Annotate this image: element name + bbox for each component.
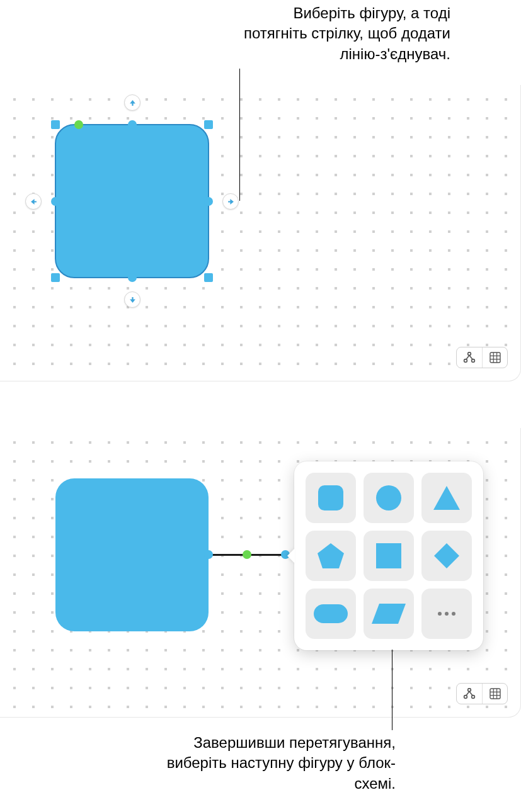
shape-option-capsule[interactable] [306,589,356,639]
svg-rect-14 [376,543,401,568]
svg-point-19 [464,696,467,699]
svg-rect-23 [490,689,500,699]
arrow-left-icon [30,198,37,205]
canvas-toolbar [456,347,508,368]
arrow-right-icon [227,198,234,205]
svg-point-18 [468,689,471,692]
capsule-icon [314,604,348,623]
connector-arrow-left[interactable] [25,193,42,210]
svg-rect-10 [318,485,343,510]
resize-handle-nw[interactable] [51,120,60,129]
svg-marker-12 [433,486,460,510]
svg-line-3 [466,355,469,359]
grid-icon [490,352,501,363]
connector-mode-icon [463,352,476,363]
selected-shape[interactable] [55,125,209,278]
resize-handle-s[interactable] [128,273,137,282]
resize-handle-n[interactable] [128,120,137,129]
grid-toggle-button[interactable] [482,347,507,368]
resize-handle-w[interactable] [51,197,60,206]
grid-toggle-button[interactable] [482,684,507,704]
svg-point-11 [376,485,401,510]
connector-mode-button[interactable] [457,347,482,368]
svg-point-2 [472,359,475,363]
connector-arrow-up[interactable] [124,94,140,111]
parallelogram-icon [372,604,406,624]
svg-point-1 [464,359,467,363]
triangle-icon [432,485,461,511]
resize-handle-ne[interactable] [204,120,213,129]
connector-arrow-down[interactable] [124,291,140,308]
arrow-up-icon [129,99,136,106]
more-icon [438,612,455,616]
svg-rect-5 [490,352,500,363]
shape-option-diamond[interactable] [421,531,472,581]
shape-option-rounded-square[interactable] [306,473,356,523]
svg-point-20 [472,696,475,699]
svg-marker-15 [434,543,459,568]
connector-mode-button[interactable] [457,684,482,704]
svg-marker-13 [318,543,344,568]
grid-icon [490,688,501,699]
shape-option-square[interactable] [364,531,414,581]
shape-option-triangle[interactable] [421,473,472,523]
canvas-bottom [0,428,521,718]
svg-line-22 [469,691,472,695]
circle-icon [375,484,403,512]
resize-handle-se[interactable] [204,273,213,282]
corner-radius-handle[interactable] [74,120,83,129]
diamond-icon [433,542,461,570]
shape-option-circle[interactable] [364,473,414,523]
arrow-down-icon [129,296,136,303]
resize-handle-e[interactable] [204,197,213,206]
connector-arrow-right[interactable] [222,193,239,210]
shape-option-pentagon[interactable] [306,531,356,581]
connector-mode-icon [463,688,476,699]
svg-line-4 [469,355,472,359]
resize-handle-sw[interactable] [51,273,60,282]
pentagon-icon [316,542,345,570]
shape-option-more[interactable] [421,589,472,639]
callout-bottom: Завершивши перетягування, виберіть насту… [153,733,396,794]
rounded-square-icon [317,484,345,512]
square-icon [376,543,401,568]
shape-option-parallelogram[interactable] [364,589,414,639]
shape-picker-popover [294,461,483,650]
canvas-toolbar-bottom [456,683,508,704]
svg-rect-16 [314,604,348,623]
callout-leader-bottom [392,650,392,730]
connector-midpoint[interactable] [243,550,251,559]
callout-top: Виберіть фігуру, а тоді потягніть стрілк… [233,3,450,64]
svg-marker-17 [372,604,406,624]
svg-line-21 [466,691,469,695]
source-shape[interactable] [55,478,209,631]
canvas-top [0,85,521,381]
svg-point-0 [468,352,471,356]
connector-endpoint-start[interactable] [204,550,213,559]
